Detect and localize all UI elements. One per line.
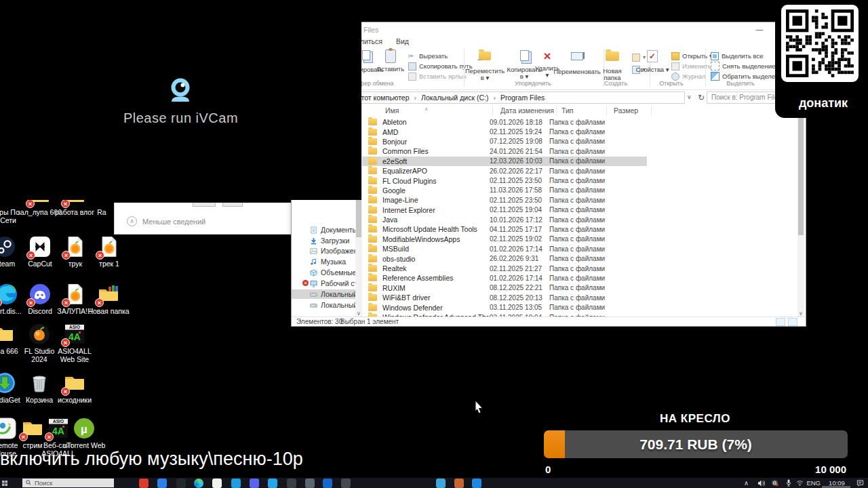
select-group-label: Выделить (708, 80, 773, 87)
address-dropdown-icon[interactable]: ∨ (687, 94, 692, 100)
address-bar[interactable]: Этот компьютер›Локальный диск (C:)›Progr… (351, 92, 685, 104)
refresh-icon[interactable]: ↻ (698, 93, 705, 102)
file-date: 01.02.2026 17:14 (490, 245, 549, 253)
file-name: FL Cloud Plugins (382, 177, 490, 185)
desktop-icon-label: Новая папка (87, 307, 130, 315)
file-type: Папка с файлами (549, 157, 605, 165)
shortcut-error-badge-icon: × (96, 251, 104, 260)
sidebar-item[interactable]: Рабочий стол× (292, 279, 355, 288)
nav-scroll-down-icon[interactable]: ∨ (355, 310, 362, 317)
folder-icon (368, 129, 377, 136)
desktop-icon[interactable]: ×Новая папка (87, 283, 130, 315)
desktop-icon-label: Ra (88, 208, 115, 216)
desktop-icon[interactable]: ASIO4A×ASIO4ALL Web Site (53, 323, 96, 364)
file-row[interactable]: AMD02.11.2025 19:24Папка с файлами (362, 127, 647, 136)
file-row[interactable]: Common Files24.01.2026 21:54Папка с файл… (362, 146, 647, 156)
sidebar-item[interactable]: Изображения (292, 246, 355, 256)
move-to-button[interactable]: ← Переместить в ▾ (465, 49, 505, 82)
properties-button[interactable]: ✓ Свойства ▾ (635, 49, 669, 73)
steam-icon (0, 236, 16, 258)
shortcut-error-badge-icon: × (62, 298, 71, 307)
error-badge-icon: × (302, 280, 309, 286)
file-row[interactable]: Ableton09.01.2026 18:18Папка с файлами (362, 117, 647, 127)
paste-shortcut-button[interactable]: Вставить ярлык (408, 71, 467, 81)
breadcrumb-item[interactable]: Локальный диск (C:) (421, 94, 488, 102)
language-indicator[interactable]: ENG (806, 478, 821, 488)
details-view-button[interactable] (776, 318, 785, 326)
copy-path-button[interactable]: Скопировать путь (408, 61, 473, 71)
file-date: 12.03.2026 10:03 (490, 157, 549, 165)
column-header-name[interactable]: Имя (385, 106, 399, 115)
dialog-control-sliver (222, 203, 243, 207)
file-row[interactable]: Java10.01.2026 17:12Папка с файлами (362, 215, 647, 224)
select-none-button[interactable]: Снять выделение (711, 61, 775, 71)
desktop-icon-label: исходники (53, 396, 96, 404)
file-row[interactable]: e2eSoft12.03.2026 10:03Папка с файлами (362, 157, 647, 166)
sidebar-item[interactable]: Локальный дис (292, 289, 355, 299)
desktop-icon[interactable]: ×исходники (53, 372, 96, 404)
file-type: Папка с файлами (549, 284, 605, 291)
open-button[interactable]: Открыть ▾ (671, 51, 713, 61)
webcam-icon (165, 76, 196, 110)
list-scroll-down-icon[interactable]: ∨ (797, 310, 804, 317)
sidebar-item[interactable]: Локальный дис (292, 300, 355, 310)
file-row[interactable]: WiFi&BT driver08.12.2025 20:13Папка с фа… (362, 293, 647, 302)
file-name: Microsoft Update Health Tools (382, 225, 490, 233)
network-icon[interactable] (796, 478, 804, 488)
file-row[interactable]: Google11.03.2026 17:58Папка с файлами (362, 186, 647, 195)
file-row[interactable]: FL Cloud Plugins02.11.2025 23:50Папка с … (362, 176, 647, 185)
file-row[interactable]: EqualizerAPO26.02.2026 22:17Папка с файл… (362, 166, 647, 176)
column-headers: Имя ∧ Дата изменения Тип Размер (362, 105, 797, 117)
goal-amount: 709.71 RUB (7%) (544, 430, 848, 458)
column-header-date[interactable]: Дата изменения (500, 106, 554, 115)
volume-icon[interactable] (757, 478, 765, 488)
rename-button[interactable]: Переименовать (553, 49, 601, 75)
sidebar-item[interactable]: Объемные объ (292, 268, 355, 277)
file-row[interactable]: obs-studio26.02.2026 9:31Папка с файлами (362, 253, 647, 263)
folder-icon (368, 138, 377, 145)
tab-view[interactable]: Вид (396, 37, 409, 45)
new-folder-button[interactable]: Новая папка (595, 49, 629, 82)
microphone-icon[interactable] (786, 478, 791, 488)
file-row[interactable]: Reference Assemblies01.02.2026 17:14Папк… (362, 273, 647, 283)
file-list: Ableton09.01.2026 18:18Папка с файламиAM… (362, 117, 791, 317)
qr-code (781, 5, 859, 82)
title-bar[interactable]: Files — □ (292, 22, 806, 37)
select-all-button[interactable]: Выделить все (711, 51, 763, 61)
desktop-icon[interactable]: ×трек 1 (87, 236, 131, 268)
cut-button[interactable]: ✂ Вырезать (408, 51, 448, 61)
file-row[interactable]: Bonjour07.12.2025 19:08Папка с файлами (362, 137, 647, 146)
breadcrumb-item[interactable]: Program Files (500, 94, 545, 102)
file-row[interactable]: Windows Defender03.11.2025 13:05Папка с … (362, 302, 647, 312)
file-row[interactable]: Image-Line02.11.2025 23:50Папка с файлам… (362, 195, 647, 205)
sidebar-item[interactable]: Документы (292, 225, 355, 235)
file-row[interactable]: Internet Explorer02.11.2025 19:04Папка с… (362, 205, 647, 215)
file-row[interactable]: MSBuild01.02.2026 17:14Папка с файлами (362, 244, 647, 253)
shortcut-error-badge-icon: × (95, 298, 104, 307)
less-details-label: Меньше сведений (142, 218, 205, 226)
folder-icon (368, 197, 377, 203)
file-row[interactable]: RUXIM08.12.2025 22:21Папка с файлами (362, 283, 647, 293)
file-row[interactable]: ModifiableWindowsApps02.11.2025 19:02Пап… (362, 235, 647, 244)
large-icons-view-button[interactable] (788, 318, 797, 326)
paste-button[interactable]: Вставить (376, 49, 406, 73)
geforce-icon[interactable]: G (771, 478, 778, 488)
column-header-type[interactable]: Тип (561, 106, 574, 115)
minimize-button[interactable]: — (749, 22, 770, 37)
sidebar-item[interactable]: Музыка (292, 257, 355, 266)
list-scrollbar[interactable]: ∧ ∨ (797, 105, 804, 317)
open-group-label: Открыть (639, 80, 704, 87)
breadcrumb-item[interactable]: Этот компьютер (356, 94, 410, 102)
sidebar-item-label: Музыка (321, 258, 346, 266)
folder-icon (368, 226, 377, 232)
file-date: 01.02.2026 17:14 (490, 274, 549, 282)
list-scrollbar-thumb[interactable] (798, 108, 804, 235)
action-center-icon[interactable] (856, 478, 864, 488)
sidebar-item[interactable]: Загрузки (292, 236, 355, 245)
file-row[interactable]: Microsoft Update Health Tools04.11.2025 … (362, 224, 647, 234)
column-header-size[interactable]: Размер (614, 106, 638, 115)
file-row[interactable]: Realtek02.11.2025 21:27Папка с файлами (362, 264, 647, 273)
tray-chevron-icon[interactable]: ∧ (744, 478, 749, 488)
less-details-button[interactable]: ∧ Меньше сведений (127, 216, 205, 226)
paste-icon (383, 49, 398, 64)
